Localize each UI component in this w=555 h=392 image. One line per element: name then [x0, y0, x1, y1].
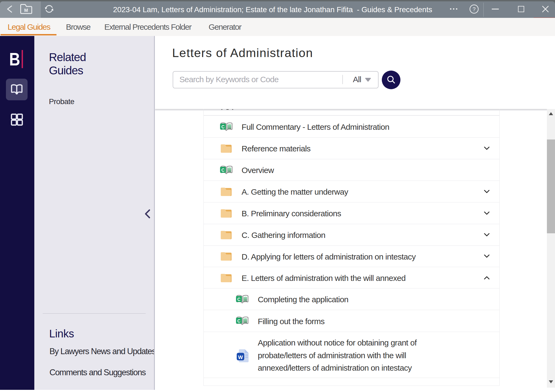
svg-text:?: ?	[473, 6, 476, 12]
svg-text:W: W	[238, 354, 243, 360]
